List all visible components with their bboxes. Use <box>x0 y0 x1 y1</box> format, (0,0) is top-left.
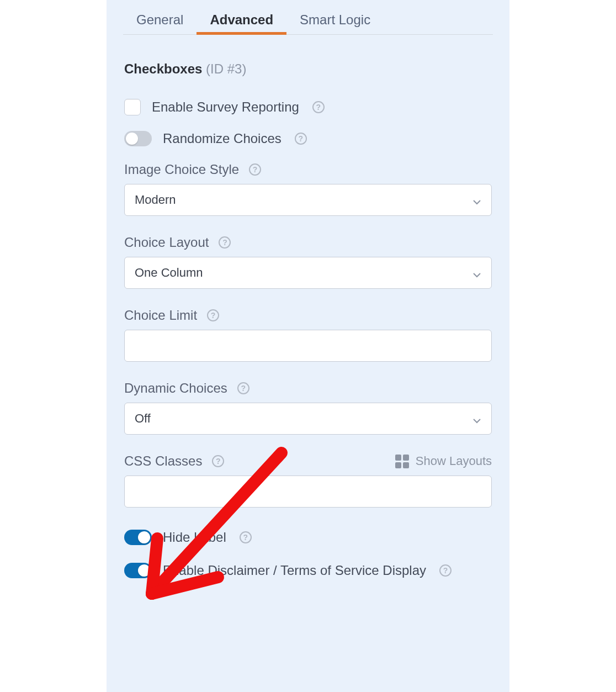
help-icon[interactable]: ? <box>240 531 252 543</box>
enable-survey-reporting-label: Enable Survey Reporting <box>152 99 299 115</box>
image-choice-style-select[interactable]: Modern <box>124 184 492 216</box>
image-choice-style-value: Modern <box>135 193 176 207</box>
option-enable-disclaimer: Enable Disclaimer / Terms of Service Dis… <box>124 563 492 578</box>
enable-disclaimer-toggle[interactable] <box>124 563 152 578</box>
dynamic-choices-value: Off <box>135 411 151 426</box>
choice-layout-label: Choice Layout <box>124 235 209 250</box>
choice-limit-label: Choice Limit <box>124 308 197 323</box>
help-icon[interactable]: ? <box>212 455 224 467</box>
field-css-classes: CSS Classes ? Show Layouts <box>124 453 492 508</box>
help-icon[interactable]: ? <box>219 236 231 249</box>
hide-label-toggle[interactable] <box>124 530 152 545</box>
image-choice-style-label: Image Choice Style <box>124 162 239 177</box>
field-choice-layout: Choice Layout ? One Column <box>124 235 492 289</box>
help-icon[interactable]: ? <box>237 382 249 394</box>
help-icon[interactable]: ? <box>249 163 261 176</box>
grid-icon <box>395 455 409 468</box>
tab-smart-logic[interactable]: Smart Logic <box>286 6 384 34</box>
choice-layout-select[interactable]: One Column <box>124 257 492 289</box>
field-image-choice-style: Image Choice Style ? Modern <box>124 162 492 216</box>
show-layouts-label: Show Layouts <box>416 454 492 468</box>
css-classes-input[interactable] <box>124 476 492 508</box>
enable-survey-reporting-checkbox[interactable] <box>124 99 141 115</box>
chevron-down-icon <box>472 196 481 204</box>
hide-label-label: Hide Label <box>163 530 226 545</box>
css-classes-label: CSS Classes <box>124 453 202 469</box>
tabs: General Advanced Smart Logic <box>123 0 493 35</box>
choice-limit-input[interactable] <box>124 330 492 362</box>
field-dynamic-choices: Dynamic Choices ? Off <box>124 381 492 435</box>
chevron-down-icon <box>472 268 481 277</box>
tab-general[interactable]: General <box>123 6 197 34</box>
section-id: (ID #3) <box>206 61 246 76</box>
enable-disclaimer-label: Enable Disclaimer / Terms of Service Dis… <box>163 563 426 578</box>
panel-content: Checkboxes (ID #3) Enable Survey Reporti… <box>107 35 509 611</box>
option-hide-label: Hide Label ? <box>124 530 492 545</box>
section-title: Checkboxes (ID #3) <box>124 61 492 77</box>
choice-layout-value: One Column <box>135 266 203 280</box>
tab-advanced[interactable]: Advanced <box>197 6 286 34</box>
dynamic-choices-label: Dynamic Choices <box>124 381 227 396</box>
show-layouts-button[interactable]: Show Layouts <box>395 454 492 468</box>
randomize-choices-label: Randomize Choices <box>163 131 282 146</box>
randomize-choices-toggle[interactable] <box>124 131 152 146</box>
chevron-down-icon <box>472 414 481 423</box>
field-choice-limit: Choice Limit ? <box>124 308 492 362</box>
help-icon[interactable]: ? <box>295 133 307 145</box>
help-icon[interactable]: ? <box>439 564 452 577</box>
dynamic-choices-select[interactable]: Off <box>124 403 492 435</box>
option-enable-survey-reporting: Enable Survey Reporting ? <box>124 99 492 115</box>
help-icon[interactable]: ? <box>207 309 219 321</box>
section-title-text: Checkboxes <box>124 61 202 76</box>
settings-panel: General Advanced Smart Logic Checkboxes … <box>107 0 509 692</box>
help-icon[interactable]: ? <box>312 101 325 113</box>
option-randomize-choices: Randomize Choices ? <box>124 131 492 146</box>
